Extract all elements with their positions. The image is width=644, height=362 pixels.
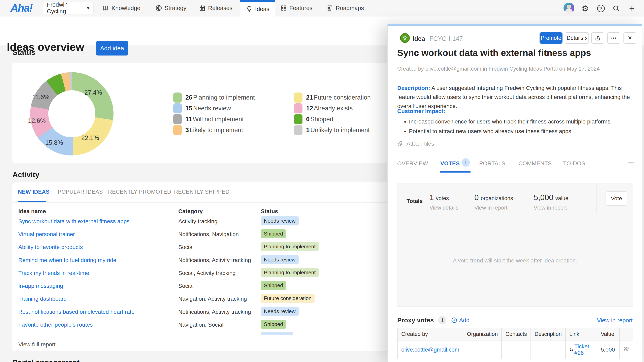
col-header-idea-name[interactable]: Idea name bbox=[18, 208, 46, 215]
nav-item-label: Ideas bbox=[255, 6, 270, 12]
legend-swatch bbox=[294, 114, 302, 124]
settings-gear-icon[interactable]: ⚙ bbox=[581, 4, 590, 13]
share-button[interactable] bbox=[591, 32, 604, 44]
user-avatar[interactable] bbox=[564, 2, 574, 13]
grid-icon bbox=[280, 5, 287, 11]
proxy-votes-table: Created by Organization Contacts Descrip… bbox=[397, 328, 633, 360]
idea-link[interactable]: Track my friends in real-time bbox=[18, 270, 89, 276]
proxy-view-in-report-link[interactable]: View in report bbox=[597, 317, 632, 324]
idea-link[interactable]: In-app messaging bbox=[18, 283, 63, 289]
product-selector[interactable]: Fredwin Cycling ▾ bbox=[43, 2, 94, 14]
tab-popular-ideas[interactable]: POPULAR IDEAS bbox=[58, 189, 103, 195]
tab-new-ideas[interactable]: NEW IDEAS bbox=[18, 189, 50, 195]
category-cell: Social bbox=[178, 244, 194, 250]
idea-link[interactable]: Ability to favorite products bbox=[18, 244, 83, 250]
nav-item-label: Releases bbox=[208, 5, 232, 11]
help-icon[interactable]: ? bbox=[596, 4, 605, 13]
col-header-category[interactable]: Category bbox=[178, 208, 203, 215]
divider bbox=[596, 183, 596, 214]
proxy-organization-cell bbox=[463, 340, 502, 359]
add-idea-button[interactable]: Add idea bbox=[96, 41, 128, 55]
nav-item-roadmaps[interactable]: Roadmaps bbox=[326, 0, 364, 16]
legend-swatch bbox=[294, 125, 302, 135]
col-header-status[interactable]: Status bbox=[261, 208, 278, 215]
unlink-icon[interactable] bbox=[623, 346, 629, 352]
legend-swatch bbox=[294, 103, 302, 113]
status-badge: Shipped bbox=[261, 320, 286, 329]
record-reference[interactable]: FCYC-I-147 bbox=[430, 35, 463, 42]
view-in-report-link[interactable]: View in report bbox=[474, 205, 513, 211]
legend-swatch bbox=[173, 103, 182, 113]
donut-label: 15.8% bbox=[45, 139, 63, 146]
panel-tab-overview[interactable]: OVERVIEW bbox=[397, 160, 428, 167]
active-tab-underline bbox=[440, 171, 470, 173]
vote-button[interactable]: Vote bbox=[606, 191, 627, 206]
votes-count-badge: 1 bbox=[462, 158, 470, 167]
view-in-report-link[interactable]: View in report bbox=[534, 205, 568, 211]
magnifier-glyph bbox=[612, 5, 620, 12]
zendesk-icon bbox=[569, 347, 573, 352]
proxy-col-contacts: Contacts bbox=[502, 328, 531, 340]
idea-link[interactable]: Virtual personal trainer bbox=[18, 231, 75, 237]
category-cell: Notifications, Activity tracking bbox=[178, 309, 251, 315]
nav-item-strategy[interactable]: Strategy bbox=[155, 0, 186, 16]
promote-button[interactable]: Promote bbox=[540, 32, 562, 44]
idea-link[interactable]: Sync workout data with external fitness … bbox=[18, 218, 130, 224]
idea-description[interactable]: Description: A user suggested integratin… bbox=[397, 83, 631, 111]
proxy-ticket-link[interactable]: Ticket #26 bbox=[574, 343, 593, 356]
proxy-votes-heading: Proxy votes bbox=[397, 317, 434, 324]
idea-link[interactable]: Rest notifications based on elevated hea… bbox=[18, 309, 134, 315]
idea-link[interactable]: Training dashboard bbox=[18, 296, 66, 302]
legend-item: 12Already exists bbox=[294, 103, 352, 114]
view-details-link[interactable]: View details bbox=[430, 205, 458, 211]
panel-tab-comments[interactable]: COMMENTS bbox=[518, 160, 552, 167]
panel-tab-votes[interactable]: VOTES bbox=[440, 160, 460, 167]
panel-tab-portals[interactable]: PORTALS bbox=[479, 160, 505, 167]
aha-logo[interactable]: Aha! bbox=[10, 1, 32, 14]
legend-item: 11Will not implement bbox=[173, 114, 244, 124]
proxy-description-cell bbox=[531, 340, 566, 359]
more-options-button[interactable]: ••• bbox=[607, 32, 620, 44]
idea-detail-panel: Idea FCYC-I-147 Promote Details› ••• ✕ S… bbox=[388, 24, 642, 362]
nav-item-knowledge[interactable]: Knowledge bbox=[102, 0, 140, 16]
category-cell: Social, Activity tracking bbox=[178, 270, 236, 276]
search-icon[interactable] bbox=[612, 4, 621, 13]
idea-link[interactable]: Remind me when to fuel during my ride bbox=[18, 257, 116, 263]
legend-item: 6Shipped bbox=[294, 114, 333, 124]
category-cell: Notifications, Navigation bbox=[178, 231, 239, 238]
view-full-report-link[interactable]: View full report bbox=[18, 341, 56, 348]
screen: Aha! Fredwin Cycling ▾ Knowledge Strateg… bbox=[0, 0, 644, 362]
panel-tabs-overflow-button[interactable]: ••• bbox=[628, 160, 634, 166]
proxy-contacts-cell bbox=[502, 340, 531, 359]
target-icon bbox=[155, 5, 162, 11]
add-icon[interactable]: + bbox=[628, 4, 636, 13]
description-label: Description: bbox=[397, 85, 430, 91]
close-panel-button[interactable]: ✕ bbox=[624, 32, 636, 44]
idea-title[interactable]: Sync workout data with external fitness … bbox=[397, 48, 631, 58]
category-cell: Navigation, Social bbox=[178, 322, 224, 328]
portal-engagement-heading: Portal engagement bbox=[12, 359, 80, 362]
legend-swatch bbox=[173, 125, 182, 135]
panel-tab-todos[interactable]: TO-DOS bbox=[563, 160, 585, 167]
status-donut-chart[interactable] bbox=[30, 72, 114, 155]
category-cell: Social bbox=[178, 283, 194, 289]
legend-item: 3Likely to implement bbox=[173, 125, 243, 135]
proxy-votes-count-badge: 1 bbox=[438, 316, 446, 324]
tab-recently-promoted[interactable]: RECENTLY PROMOTED bbox=[108, 189, 171, 195]
proxy-created-by-link[interactable]: olive.cottle@gmail.com bbox=[401, 347, 459, 353]
nav-item-label: Features bbox=[290, 5, 312, 11]
donut-label: 27.4% bbox=[84, 89, 102, 96]
status-section-heading: Status bbox=[12, 48, 35, 57]
status-badge: Planning to implement bbox=[261, 268, 318, 277]
chevron-right-icon: › bbox=[585, 34, 587, 41]
tab-recently-shipped[interactable]: RECENTLY SHIPPED bbox=[174, 189, 230, 195]
nav-tab-ideas-active[interactable]: Ideas bbox=[240, 0, 275, 16]
attach-files-button[interactable]: Attach files bbox=[397, 141, 434, 147]
lightbulb-icon bbox=[402, 35, 408, 41]
idea-link[interactable]: Favorite other people's routes bbox=[18, 322, 93, 328]
details-button[interactable]: Details› bbox=[565, 32, 589, 44]
nav-item-features[interactable]: Features bbox=[280, 0, 312, 16]
nav-item-releases[interactable]: Releases bbox=[199, 0, 232, 16]
status-badge: Needs review bbox=[261, 216, 299, 225]
proxy-add-button[interactable]: Add bbox=[451, 317, 470, 324]
